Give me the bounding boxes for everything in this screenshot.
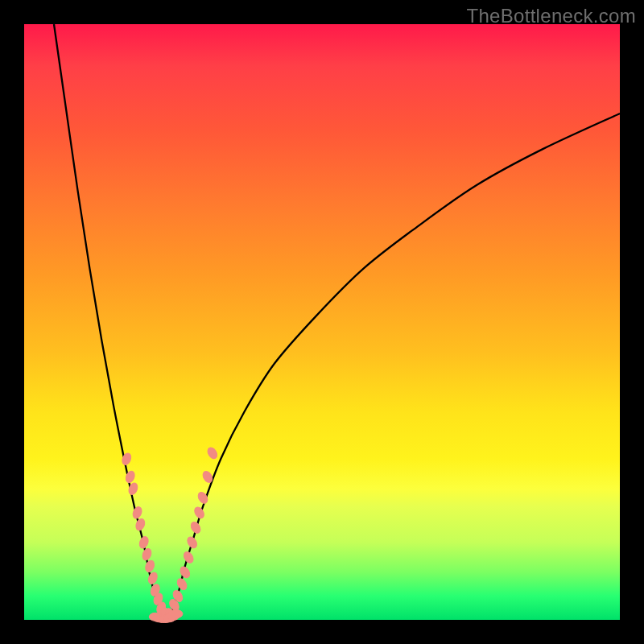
bead-marker <box>144 559 156 574</box>
curve-right-branch <box>167 114 620 620</box>
bead-marker <box>175 577 188 592</box>
bead-marker <box>189 520 202 535</box>
bead-marker <box>185 535 198 550</box>
bead-marker <box>171 610 183 618</box>
bead-marker <box>179 565 192 580</box>
chart-frame: TheBottleneck.com <box>0 0 644 644</box>
bead-marker <box>182 550 195 564</box>
chart-plot-area <box>24 24 620 620</box>
curve-left-branch <box>54 24 167 620</box>
bead-marker <box>134 518 147 532</box>
bead-marker <box>138 535 150 550</box>
bead-marker <box>206 446 219 460</box>
bead-marker <box>131 506 143 520</box>
chart-svg <box>24 24 620 620</box>
bead-marker <box>192 506 205 520</box>
beads-group <box>121 446 219 623</box>
bead-marker <box>141 547 153 562</box>
watermark-text: TheBottleneck.com <box>466 5 636 27</box>
